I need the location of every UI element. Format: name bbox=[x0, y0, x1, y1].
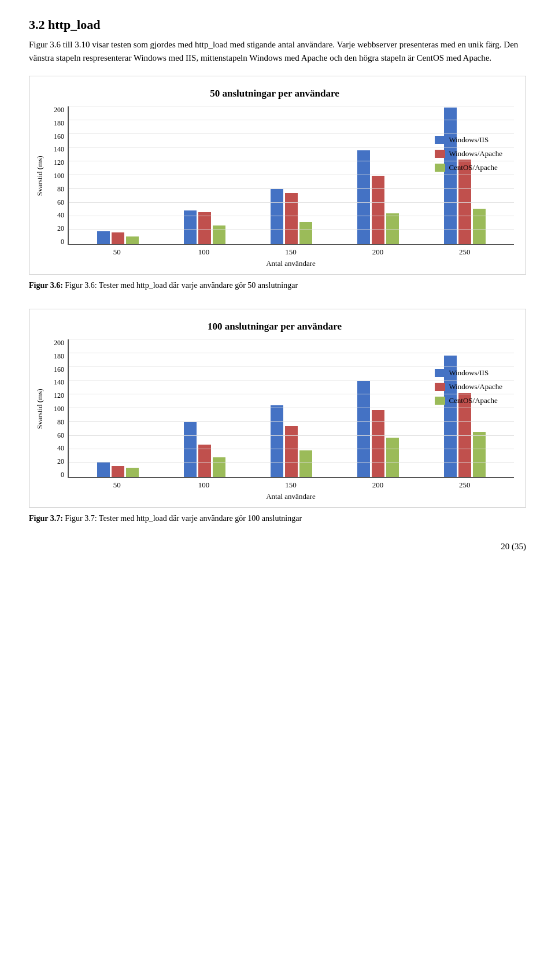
chart1-y-axis: 0 20 40 60 80 100 120 140 160 180 200 bbox=[48, 106, 64, 245]
legend2-iis-label: Windows/IIS bbox=[449, 368, 489, 378]
page-number: 20 (35) bbox=[29, 542, 526, 552]
legend2-centos-label: CentOS/Apache bbox=[449, 396, 497, 405]
bar bbox=[97, 231, 110, 244]
chart1-y-axis-label: Svarstid (ms) bbox=[35, 106, 45, 245]
x-label: 250 bbox=[421, 480, 508, 490]
bar bbox=[299, 222, 312, 244]
x-label: 50 bbox=[73, 247, 160, 257]
bar bbox=[386, 438, 399, 477]
x-label: 200 bbox=[334, 480, 421, 490]
bar bbox=[112, 466, 124, 477]
legend2-centos: CentOS/Apache bbox=[435, 396, 502, 405]
gridline bbox=[69, 106, 514, 106]
legend-apache-win: Windows/Apache bbox=[435, 149, 502, 158]
chart2-title: 100 anslutningar per användare bbox=[35, 321, 514, 332]
legend2-iis-color bbox=[435, 369, 445, 377]
bar bbox=[213, 225, 225, 244]
legend-apache-win-color bbox=[435, 150, 445, 158]
bar-group bbox=[248, 405, 335, 477]
bar-group bbox=[335, 150, 421, 244]
chart1-x-axis-title: Antal användare bbox=[68, 259, 514, 268]
chart1-inner: 50100150200250 Antal användare bbox=[68, 106, 514, 268]
legend2-centos-color bbox=[435, 397, 445, 405]
bar bbox=[285, 426, 298, 477]
bar-group bbox=[161, 421, 248, 477]
legend2-apache-win: Windows/Apache bbox=[435, 382, 502, 391]
bar-group bbox=[421, 108, 508, 244]
x-label: 50 bbox=[73, 480, 160, 490]
bar bbox=[198, 445, 211, 477]
bar bbox=[126, 468, 139, 477]
chart2-x-axis-title: Antal användare bbox=[68, 492, 514, 501]
bar bbox=[458, 393, 471, 477]
bar-group bbox=[335, 381, 421, 477]
x-label: 150 bbox=[247, 247, 334, 257]
bar-group bbox=[75, 462, 161, 477]
legend-centos-label: CentOS/Apache bbox=[449, 163, 497, 172]
figure-caption-1: Figur 3.6: Figur 3.6: Tester med http_lo… bbox=[29, 279, 526, 291]
bar-group bbox=[75, 231, 161, 244]
bar bbox=[271, 405, 283, 477]
x-label: 200 bbox=[334, 247, 421, 257]
bar-group bbox=[248, 188, 335, 244]
chart2-container: 100 anslutningar per användare Svarstid … bbox=[29, 309, 526, 508]
chart1-x-labels: 50100150200250 bbox=[68, 247, 514, 257]
legend-centos: CentOS/Apache bbox=[435, 163, 502, 172]
legend-apache-win-label: Windows/Apache bbox=[449, 149, 502, 158]
bar bbox=[444, 108, 457, 244]
chart2-legend: Windows/IIS Windows/Apache CentOS/Apache bbox=[435, 368, 502, 405]
legend-centos-color bbox=[435, 164, 445, 172]
chart2-x-labels: 50100150200250 bbox=[68, 480, 514, 490]
chart2-y-axis-label: Svarstid (ms) bbox=[35, 339, 45, 478]
bar bbox=[372, 176, 384, 244]
chart2-y-axis: 0 20 40 60 80 100 120 140 160 180 200 bbox=[48, 339, 64, 478]
legend2-apache-win-color bbox=[435, 383, 445, 391]
legend-iis: Windows/IIS bbox=[435, 135, 502, 145]
bar bbox=[372, 410, 384, 477]
section-heading: 3.2 http_load bbox=[29, 17, 526, 32]
legend-iis-label: Windows/IIS bbox=[449, 135, 489, 145]
intro-paragraph: Figur 3.6 till 3.10 visar testen som gjo… bbox=[29, 38, 526, 64]
bar bbox=[357, 150, 370, 244]
chart2-inner: 50100150200250 Antal användare bbox=[68, 339, 514, 501]
chart2-bars bbox=[68, 339, 514, 478]
legend-iis-color bbox=[435, 136, 445, 144]
bar bbox=[184, 210, 197, 244]
x-label: 100 bbox=[160, 247, 247, 257]
bar bbox=[213, 457, 225, 477]
bar bbox=[386, 213, 399, 244]
bar bbox=[473, 432, 486, 477]
bar bbox=[357, 381, 370, 477]
bar bbox=[473, 209, 486, 244]
bar bbox=[184, 421, 197, 477]
bar bbox=[97, 462, 110, 477]
bar bbox=[198, 212, 211, 244]
x-label: 250 bbox=[421, 247, 508, 257]
legend2-apache-win-label: Windows/Apache bbox=[449, 382, 502, 391]
bar bbox=[271, 188, 283, 244]
chart1-legend: Windows/IIS Windows/Apache CentOS/Apache bbox=[435, 135, 502, 172]
chart1-container: 50 anslutningar per användare Svarstid (… bbox=[29, 76, 526, 275]
chart1-bars bbox=[68, 106, 514, 245]
figure-caption-2: Figur 3.7: Figur 3.7: Tester med http_lo… bbox=[29, 512, 526, 524]
bar bbox=[285, 193, 298, 244]
gridline bbox=[69, 339, 514, 339]
bar bbox=[112, 232, 124, 244]
legend2-iis: Windows/IIS bbox=[435, 368, 502, 378]
gridline bbox=[69, 353, 514, 353]
bar bbox=[126, 236, 139, 244]
chart1-title: 50 anslutningar per användare bbox=[35, 88, 514, 99]
bar bbox=[299, 450, 312, 477]
x-label: 150 bbox=[247, 480, 334, 490]
x-label: 100 bbox=[160, 480, 247, 490]
bar-group bbox=[161, 210, 248, 244]
